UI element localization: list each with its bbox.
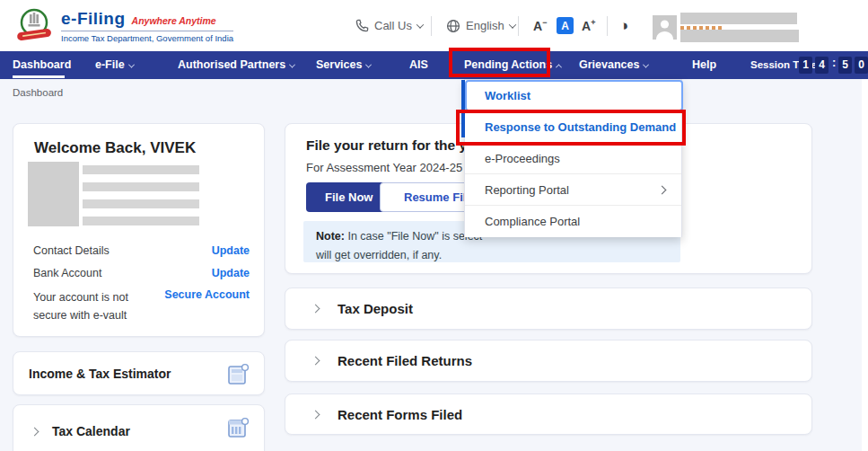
chevron-down-icon — [365, 62, 372, 68]
chevron-down-icon — [416, 21, 424, 28]
chevron-right-icon — [311, 410, 320, 419]
redacted-username — [680, 13, 797, 24]
menu-item-eproceedings[interactable]: e-Proceedings — [465, 143, 681, 174]
breadcrumb: Dashboard — [13, 87, 63, 98]
timer-digit: 4 — [815, 57, 829, 74]
call-us-menu[interactable]: Call Us — [355, 0, 423, 51]
efiling-logo: e-Filing Anywhere Anytime Income Tax Dep… — [14, 5, 233, 47]
redacted-info-bar — [83, 165, 199, 174]
timer-digit: 5 — [838, 57, 852, 74]
redacted-info-bar — [83, 199, 199, 208]
timer-digit: 0 — [855, 57, 868, 74]
welcome-card: Welcome Back, VIVEK Contact Details Upda… — [13, 123, 265, 337]
top-header: e-Filing Anywhere Anytime Income Tax Dep… — [0, 0, 868, 51]
menu-item-compliance-portal[interactable]: Compliance Portal — [465, 206, 681, 237]
menu-item-worklist[interactable]: Worklist — [465, 80, 681, 111]
estimator-icon — [226, 363, 250, 386]
globe-icon — [446, 19, 460, 33]
assessment-year-label: For Assessment Year 2024-25 — [306, 161, 462, 174]
tax-calendar-title: Tax Calendar — [52, 424, 130, 438]
submenu-chevron-right-icon — [658, 186, 667, 195]
evault-status-label: Your account is not secure with e-vault — [33, 288, 159, 324]
chevron-down-icon — [289, 62, 295, 68]
accordion-recent-forms-filed[interactable]: Recent Forms Filed — [285, 394, 812, 435]
nav-services[interactable]: Services — [316, 51, 371, 79]
contact-details-label: Contact Details — [33, 244, 110, 257]
nav-efile[interactable]: e-File — [95, 51, 134, 79]
calendar-icon — [226, 416, 250, 439]
redacted-info-bar — [83, 182, 199, 191]
divider — [431, 16, 432, 36]
brand-tagline: Anywhere Anytime — [132, 15, 216, 26]
estimator-card[interactable]: Income & Tax Estimator — [13, 351, 265, 395]
tax-calendar-card[interactable]: Tax Calendar — [13, 404, 265, 451]
accordion-tax-deposit[interactable]: Tax Deposit — [285, 287, 812, 330]
chevron-right-icon — [31, 427, 39, 436]
chevron-down-icon — [128, 62, 135, 68]
menu-accent-bar — [461, 80, 465, 137]
chevron-right-icon — [311, 357, 320, 366]
redacted-user-id — [680, 30, 799, 42]
welcome-title: Welcome Back, VIVEK — [34, 139, 196, 157]
call-us-label: Call Us — [374, 19, 412, 32]
language-menu[interactable]: English — [446, 0, 515, 51]
chevron-down-icon — [508, 21, 515, 28]
nav-pending-actions[interactable]: Pending Actions — [464, 51, 561, 79]
pending-actions-dropdown: Worklist Response to Outstanding Demand … — [464, 79, 682, 237]
nav-grievances[interactable]: Grievances — [579, 51, 648, 79]
menu-item-reporting-portal[interactable]: Reporting Portal — [465, 174, 681, 206]
font-increase-button[interactable]: A+ — [582, 0, 595, 51]
user-avatar[interactable] — [653, 15, 677, 40]
update-contact-link[interactable]: Update — [212, 244, 250, 257]
timer-colon: : — [832, 56, 836, 69]
brand-name: e-Filing — [61, 9, 126, 29]
language-label: English — [466, 19, 504, 32]
nav-help[interactable]: Help — [692, 51, 716, 79]
income-tax-emblem-icon — [14, 5, 54, 47]
phone-icon — [355, 19, 369, 32]
nav-ais[interactable]: AIS — [409, 51, 428, 79]
font-decrease-button[interactable]: A− — [533, 0, 547, 51]
divider — [518, 16, 519, 36]
estimator-title: Income & Tax Estimator — [29, 367, 171, 381]
divider — [607, 16, 608, 36]
bank-account-label: Bank Account — [33, 267, 101, 279]
redacted-info-bar — [83, 217, 199, 226]
font-default-button[interactable]: A — [557, 0, 574, 51]
chevron-right-icon — [311, 305, 320, 314]
menu-item-response-outstanding-demand[interactable]: Response to Outstanding Demand — [465, 111, 681, 143]
accordion-label: Tax Deposit — [338, 301, 413, 316]
accordion-recent-filed-returns[interactable]: Recent Filed Returns — [285, 340, 812, 382]
chevron-down-icon — [643, 62, 649, 68]
redacted-profile-photo — [28, 162, 79, 226]
accordion-label: Recent Filed Returns — [338, 353, 472, 368]
department-name: Income Tax Department, Government of Ind… — [61, 33, 233, 43]
nav-authorised-partners[interactable]: Authorised Partners — [178, 51, 294, 79]
main-navbar: Dashboard e-File Authorised Partners Ser… — [0, 51, 868, 79]
contrast-toggle-icon[interactable]: ◑ — [619, 0, 628, 51]
timer-digit: 1 — [799, 57, 812, 74]
active-tab-underline — [13, 75, 65, 78]
secure-account-link[interactable]: Secure Account — [164, 288, 250, 324]
update-bank-link[interactable]: Update — [212, 267, 250, 279]
accordion-label: Recent Forms Filed — [338, 407, 462, 422]
chevron-up-icon — [556, 64, 562, 70]
